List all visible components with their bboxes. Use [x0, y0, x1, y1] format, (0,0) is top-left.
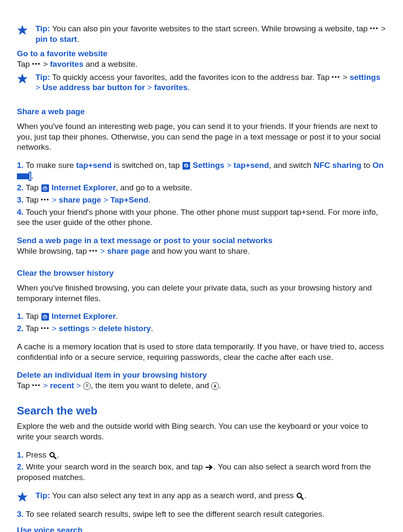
- clear-step-2: 2. Tap ••• > settings > delete history.: [17, 324, 387, 334]
- heading-send-text-social: Send a web page in a text message or pos…: [17, 236, 387, 246]
- document-page: Tip: You can also pin your favorite webs…: [0, 0, 403, 532]
- svg-line-5: [54, 456, 56, 458]
- list-select-icon: [83, 382, 91, 390]
- svg-marker-0: [17, 25, 28, 35]
- tip-label: Tip:: [35, 73, 50, 82]
- search-icon: [296, 492, 304, 500]
- star-icon: [17, 73, 28, 84]
- search-icon: [49, 451, 57, 460]
- tip-text: Tip: You can also pin your favorite webs…: [35, 24, 387, 44]
- clear-step-1: 1. Tap Internet Explorer.: [17, 311, 387, 322]
- ie-icon: [41, 184, 49, 192]
- star-icon: [17, 491, 28, 502]
- search-step-2: 2. Write your search word in the search …: [17, 462, 387, 483]
- send-text-instruction: While browsing, tap ••• > share page and…: [17, 246, 387, 257]
- heading-voice-search: Use voice search: [17, 525, 387, 532]
- settings-icon: [182, 162, 190, 170]
- pin-to-start-link: pin to start: [35, 35, 77, 44]
- search-step-1: 1. Press .: [17, 450, 387, 461]
- share-intro: When you've found an interesting web pag…: [17, 121, 387, 153]
- heading-clear-history: Clear the browser history: [17, 268, 387, 279]
- ellipsis-icon: •••: [32, 61, 41, 67]
- toggle-on-icon: [17, 172, 31, 181]
- share-step-3: 3. Tap ••• > share page > Tap+Send.: [17, 195, 387, 206]
- share-step-4: 4. Touch your friend's phone with your p…: [17, 207, 387, 228]
- share-step-2: 2. Tap Internet Explorer, and go to a we…: [17, 183, 387, 193]
- tip-text: Tip: To quickly access your favorites, a…: [35, 72, 387, 93]
- tip-text: Tip: You can also select any text in any…: [35, 491, 387, 501]
- share-step-1: 1. To make sure tap+send is switched on,…: [17, 160, 387, 181]
- svg-marker-1: [17, 74, 28, 83]
- heading-share-web-page: Share a web page: [17, 107, 387, 117]
- ellipsis-icon: •••: [370, 25, 379, 31]
- cache-note: A cache is a memory location that is use…: [17, 342, 387, 362]
- ie-icon: [41, 313, 49, 321]
- svg-marker-7: [17, 492, 28, 502]
- heading-search-the-web: Search the web: [17, 404, 387, 418]
- delete-icon: [211, 382, 219, 390]
- heading-delete-item: Delete an individual item in your browsi…: [17, 370, 387, 381]
- tip-label: Tip:: [35, 24, 50, 33]
- tip-pin-to-start: Tip: You can also pin your favorite webs…: [17, 24, 387, 46]
- heading-favorite-website: Go to a favorite website: [17, 49, 387, 59]
- search-step-3: 3. To see related search results, swipe …: [17, 509, 387, 520]
- clear-intro: When you've finished browsing, you can d…: [17, 283, 387, 304]
- star-icon: [17, 25, 28, 36]
- ellipsis-icon: •••: [41, 325, 50, 331]
- delete-item-instruction: Tap ••• > recent > , the item you want t…: [17, 381, 387, 391]
- tip-label: Tip:: [35, 491, 50, 500]
- tip-select-text-search: Tip: You can also select any text in any…: [17, 491, 387, 504]
- tip-address-bar-favorites: Tip: To quickly access your favorites, a…: [17, 72, 387, 95]
- ellipsis-icon: •••: [89, 248, 98, 254]
- arrow-right-icon: [205, 463, 213, 472]
- ellipsis-icon: •••: [332, 74, 340, 80]
- ellipsis-icon: •••: [41, 197, 50, 203]
- ellipsis-icon: •••: [32, 382, 41, 388]
- favorite-website-instruction: Tap ••• > favorites and a website.: [17, 59, 387, 70]
- search-intro: Explore the web and the outside world wi…: [17, 421, 387, 442]
- svg-line-9: [301, 497, 303, 499]
